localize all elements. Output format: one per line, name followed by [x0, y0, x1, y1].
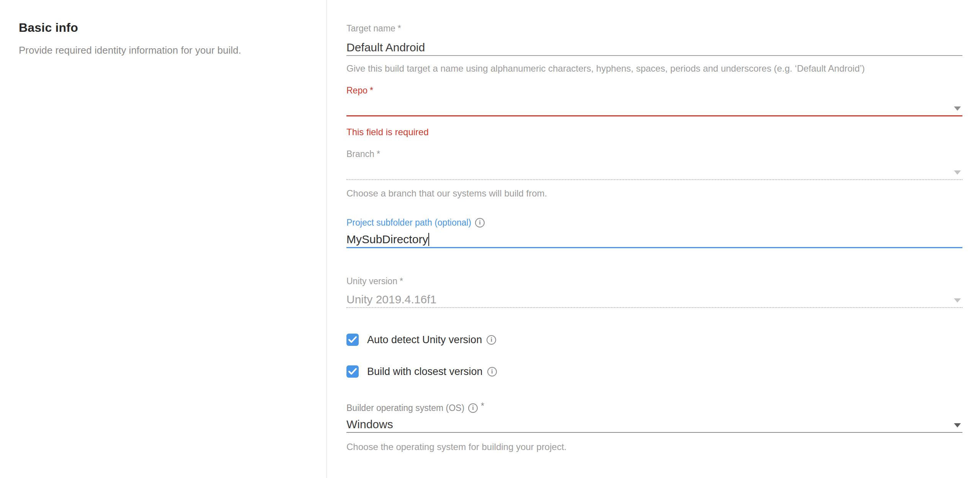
- section-title: Basic info: [19, 20, 311, 35]
- section-intro-panel: Basic info Provide required identity inf…: [0, 0, 327, 478]
- chevron-down-icon: [954, 298, 961, 303]
- field-repo: Repo * This field is required: [346, 85, 962, 138]
- target-name-value: Default Android: [346, 40, 425, 55]
- repo-select[interactable]: [346, 99, 962, 116]
- repo-required-marker: *: [370, 85, 373, 96]
- closest-version-checkbox[interactable]: [346, 365, 359, 378]
- field-builder-os: Builder operating system (OS) i * Window…: [346, 402, 962, 453]
- builder-os-label-text: Builder operating system (OS): [346, 403, 464, 413]
- target-name-label: Target name *: [346, 23, 962, 34]
- branch-helper: Choose a branch that our systems will bu…: [346, 188, 962, 199]
- project-subfolder-label: Project subfolder path (optional) i: [346, 217, 962, 228]
- section-description: Provide required identity information fo…: [19, 44, 311, 57]
- info-icon[interactable]: i: [487, 335, 496, 345]
- builder-os-helper: Choose the operating system for building…: [346, 441, 962, 453]
- branch-required-marker: *: [377, 149, 380, 159]
- builder-os-label: Builder operating system (OS) i *: [346, 402, 962, 414]
- unity-version-label-text: Unity version: [346, 276, 397, 286]
- field-project-subfolder: Project subfolder path (optional) i MySu…: [346, 217, 962, 248]
- builder-os-select[interactable]: Windows: [346, 416, 962, 433]
- checkmark-icon: [348, 368, 357, 375]
- build-target-form: Target name * Default Android Give this …: [346, 0, 962, 478]
- unity-version-value: Unity 2019.4.16f1: [346, 292, 436, 307]
- info-icon[interactable]: i: [487, 367, 497, 377]
- target-name-helper: Give this build target a name using alph…: [346, 63, 962, 74]
- info-icon[interactable]: i: [468, 403, 478, 413]
- field-branch: Branch * Choose a branch that our system…: [346, 149, 962, 199]
- branch-label-text: Branch: [346, 149, 374, 159]
- unity-version-label: Unity version *: [346, 276, 962, 286]
- project-subfolder-input[interactable]: MySubDirectory: [346, 230, 962, 248]
- target-name-label-text: Target name: [346, 23, 395, 34]
- unity-version-select[interactable]: Unity 2019.4.16f1: [346, 290, 962, 308]
- project-subfolder-label-text: Project subfolder path (optional): [346, 217, 471, 228]
- builder-os-required-marker: *: [481, 402, 484, 410]
- closest-version-label: Build with closest version: [367, 365, 483, 378]
- repo-error-message: This field is required: [346, 126, 962, 138]
- panel-divider: [327, 0, 327, 478]
- target-name-required-marker: *: [398, 23, 401, 34]
- chevron-down-icon: [954, 106, 961, 111]
- info-icon[interactable]: i: [475, 218, 485, 228]
- target-name-input[interactable]: Default Android: [346, 37, 962, 56]
- checkbox-row-closest-version: Build with closest version i: [346, 365, 497, 378]
- auto-detect-label: Auto detect Unity version: [367, 333, 482, 346]
- chevron-down-icon: [954, 170, 961, 175]
- builder-os-value: Windows: [346, 417, 393, 432]
- branch-select[interactable]: [346, 162, 962, 180]
- repo-label-text: Repo: [346, 85, 368, 96]
- field-target-name: Target name * Default Android Give this …: [346, 23, 962, 74]
- project-subfolder-value: MySubDirectory: [346, 232, 428, 247]
- repo-label: Repo *: [346, 85, 962, 96]
- branch-label: Branch *: [346, 149, 962, 159]
- checkmark-icon: [348, 336, 357, 343]
- chevron-down-icon: [954, 423, 961, 427]
- text-cursor: [428, 233, 429, 246]
- checkbox-row-auto-detect: Auto detect Unity version i: [346, 333, 496, 346]
- unity-version-required-marker: *: [400, 276, 403, 286]
- auto-detect-checkbox[interactable]: [346, 334, 359, 346]
- field-unity-version: Unity version * Unity 2019.4.16f1: [346, 276, 962, 308]
